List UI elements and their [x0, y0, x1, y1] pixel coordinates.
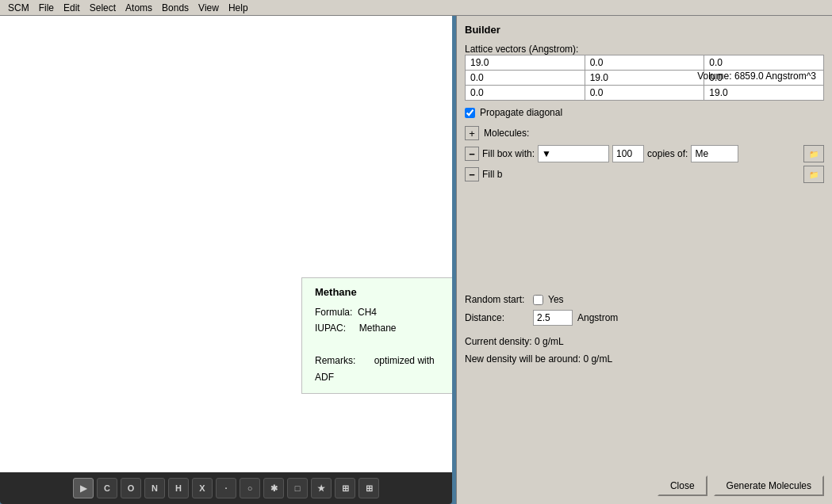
- file-button-2[interactable]: 📁: [803, 166, 824, 183]
- menu-file[interactable]: File: [34, 1, 59, 15]
- molecules-label: Molecules:: [484, 128, 529, 139]
- propagate-checkbox[interactable]: [465, 108, 475, 118]
- builder-panel: Builder Lattice vectors (Angstrom): Volu…: [456, 16, 832, 504]
- menu-atoms[interactable]: Atoms: [121, 1, 157, 15]
- lattice-cell-21: [585, 86, 704, 101]
- random-label: Random start:: [465, 294, 528, 305]
- remarks-label: Remarks:: [315, 355, 355, 366]
- copies-label-1: copies of:: [647, 148, 688, 159]
- density-section: Current density: 0 g/mL New density will…: [465, 334, 824, 368]
- toolbar-n[interactable]: N: [144, 478, 165, 498]
- menu-help[interactable]: Help: [224, 1, 253, 15]
- toolbar-dot[interactable]: ·: [216, 478, 236, 498]
- distance-label: Distance:: [465, 312, 528, 323]
- iupac-label: IUPAC:: [315, 323, 346, 334]
- random-checkbox[interactable]: [533, 295, 543, 305]
- lattice-input-21[interactable]: [590, 87, 700, 98]
- remove-row1-button[interactable]: −: [465, 147, 479, 161]
- lattice-cell-00: [466, 55, 585, 71]
- menubar: SCM File Edit Select Atoms Bonds View He…: [0, 0, 832, 16]
- current-density: Current density: 0 g/mL: [465, 334, 824, 351]
- toolbar-grid2[interactable]: ⊞: [358, 478, 379, 498]
- generate-button[interactable]: Generate Molecules: [714, 475, 824, 496]
- fill-label-1: Fill box with:: [482, 148, 535, 159]
- bottom-buttons: Close Generate Molecules: [658, 475, 824, 496]
- toolbar-x[interactable]: X: [192, 478, 213, 498]
- new-density: New density will be around: 0 g/mL: [465, 351, 824, 368]
- file-button-1[interactable]: 📁: [803, 145, 824, 162]
- copies-input-1[interactable]: [612, 145, 644, 162]
- lattice-input-10[interactable]: [470, 72, 580, 83]
- settings-section: Random start: Yes Distance: Angstrom: [465, 294, 824, 326]
- toolbar-ring[interactable]: ○: [240, 478, 260, 498]
- random-row: Random start: Yes: [465, 294, 824, 305]
- volume-label: Volume: 6859.0 Angstrom^3: [697, 71, 816, 82]
- fill-row-2: − Fill b 📁: [465, 166, 824, 183]
- molecule-dropdown-1[interactable]: ▼: [538, 145, 609, 162]
- toolbar-gear[interactable]: ✱: [263, 478, 284, 498]
- toolbar-c[interactable]: C: [97, 478, 117, 498]
- lattice-cell-20: [466, 86, 585, 101]
- toolbar-h[interactable]: H: [168, 478, 189, 498]
- molecule-name: Methane: [315, 286, 447, 298]
- molecule-info-panel: Methane Formula: CH4 IUPAC: Methane Rema…: [301, 277, 452, 394]
- lattice-input-01[interactable]: [590, 57, 700, 68]
- lattice-input-22[interactable]: [709, 87, 819, 98]
- lattice-cell-11: [585, 71, 704, 86]
- bottom-toolbar: ▶ C O N H X · ○ ✱ □ ★ ⊞ ⊞: [0, 472, 452, 504]
- lattice-input-20[interactable]: [470, 87, 580, 98]
- formula-value: CH4: [358, 307, 377, 318]
- menu-bonds[interactable]: Bonds: [157, 1, 194, 15]
- toolbar-rect[interactable]: □: [287, 478, 308, 498]
- propagate-row: Propagate diagonal: [465, 107, 824, 118]
- toolbar-grid1[interactable]: ⊞: [335, 478, 355, 498]
- menu-view[interactable]: View: [194, 1, 224, 15]
- distance-input[interactable]: [533, 310, 573, 326]
- lattice-cell-02: [704, 55, 824, 71]
- formula-label: Formula:: [315, 307, 352, 318]
- molecules-header: + Molecules:: [465, 126, 824, 140]
- toolbar-o[interactable]: O: [121, 478, 141, 498]
- remove-row2-button[interactable]: −: [465, 167, 479, 181]
- lattice-row-3: [466, 86, 824, 101]
- lattice-cell-01: [585, 55, 704, 71]
- dropdown-value-1: ▼: [542, 148, 551, 159]
- lattice-label: Lattice vectors (Angstrom):: [465, 44, 578, 55]
- lattice-input-02[interactable]: [709, 57, 819, 68]
- menu-edit[interactable]: Edit: [59, 1, 85, 15]
- distance-row: Distance: Angstrom: [465, 310, 824, 326]
- close-button[interactable]: Close: [658, 475, 707, 496]
- panel-title: Builder: [465, 24, 824, 36]
- yes-label: Yes: [548, 294, 564, 305]
- lattice-cell-22: [704, 86, 824, 101]
- menu-select[interactable]: Select: [85, 1, 121, 15]
- menu-scm[interactable]: SCM: [3, 1, 34, 15]
- molecule-details: Formula: CH4 IUPAC: Methane Remarks: opt…: [315, 304, 447, 385]
- lattice-cell-10: [466, 71, 585, 86]
- lattice-input-11[interactable]: [590, 72, 700, 83]
- add-molecules-button[interactable]: +: [465, 126, 479, 140]
- propagate-label: Propagate diagonal: [480, 107, 562, 118]
- canvas-area: Methane Formula: CH4 IUPAC: Methane Rema…: [0, 16, 452, 472]
- toolbar-select[interactable]: ▶: [73, 478, 94, 498]
- toolbar-star[interactable]: ★: [311, 478, 332, 498]
- lattice-row-1: [466, 55, 824, 71]
- molecule-name-input-1[interactable]: [691, 145, 738, 162]
- fill-row-1: − Fill box with: ▼ copies of: 📁: [465, 145, 824, 162]
- iupac-value: Methane: [359, 323, 397, 334]
- angstrom-label: Angstrom: [577, 312, 618, 323]
- fill-label-2: Fill b: [482, 169, 502, 180]
- lattice-input-00[interactable]: [470, 57, 580, 68]
